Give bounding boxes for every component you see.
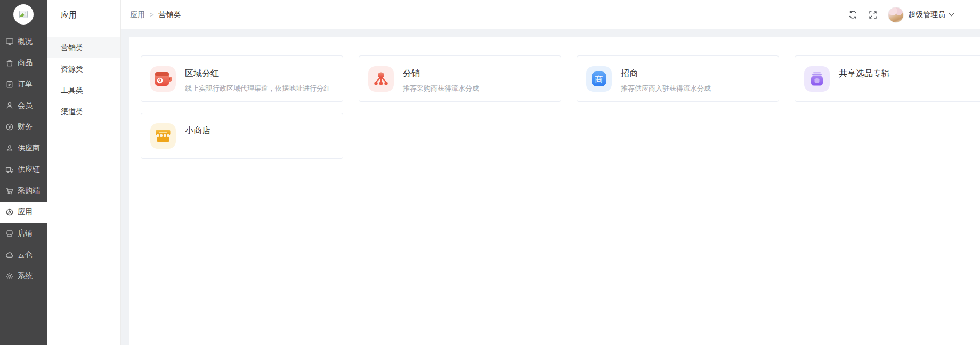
sidebar-item-label: 店铺	[18, 229, 33, 238]
app-card-grid: 区域分红 线上实现行政区域代理渠道，依据地址进行分红	[141, 55, 980, 159]
sidebar-item-label: 应用	[18, 207, 33, 217]
app-card-title: 共享选品专辑	[839, 68, 890, 79]
category-item-resources[interactable]: 资源类	[47, 58, 120, 79]
category-item-channels[interactable]: 渠道类	[47, 101, 120, 122]
app-card-shared-album[interactable]: 共享选品专辑	[795, 55, 980, 102]
breadcrumb: 应用 > 营销类	[130, 10, 181, 20]
sidebar-item-label: 财务	[18, 122, 33, 132]
category-item-tools[interactable]: 工具类	[47, 79, 120, 101]
sidebar-item-label: 概况	[18, 37, 33, 46]
supply-chain-truck-icon	[5, 165, 14, 174]
breadcrumb-separator: >	[150, 11, 154, 19]
supplier-user-icon	[5, 144, 14, 153]
app-card-title: 区域分红	[185, 68, 330, 79]
sidebar-item-orders[interactable]: 订单	[0, 74, 47, 95]
sidebar-item-system[interactable]: 系统	[0, 266, 47, 287]
sidebar-item-finance[interactable]: 财务	[0, 116, 47, 138]
content-panel: 区域分红 线上实现行政区域代理渠道，依据地址进行分红	[129, 37, 980, 345]
app-card-region-dividend[interactable]: 区域分红 线上实现行政区域代理渠道，依据地址进行分红	[141, 55, 343, 102]
system-gear-icon	[5, 272, 14, 280]
sidebar-item-cloud-warehouse[interactable]: 云仓	[0, 244, 47, 266]
header-actions: 超级管理员	[847, 7, 954, 23]
sidebar-item-overview[interactable]: 概况	[0, 31, 47, 52]
sidebar-item-supply-chain[interactable]: 供应链	[0, 159, 47, 180]
sidebar-item-supplier[interactable]: 供应商	[0, 138, 47, 159]
breadcrumb-current: 营销类	[159, 10, 181, 20]
sidebar-item-members[interactable]: 会员	[0, 95, 47, 116]
refresh-icon[interactable]	[847, 10, 858, 20]
svg-text:商: 商	[595, 75, 603, 84]
chevron-down-icon	[949, 13, 954, 17]
card-texts: 分销 推荐采购商获得流水分成	[403, 66, 479, 93]
card-texts: 招商 推荐供应商入驻获得流水分成	[621, 66, 711, 93]
sidebar-item-label: 云仓	[18, 250, 33, 260]
mini-shop-icon	[150, 123, 176, 149]
sidebar-item-label: 订单	[18, 79, 33, 89]
app-card-desc: 线上实现行政区域代理渠道，依据地址进行分红	[185, 84, 330, 93]
app-card-title: 分销	[403, 68, 479, 79]
region-dividend-wallet-icon	[150, 66, 176, 92]
sidebar-item-apps[interactable]: 应用	[0, 202, 47, 223]
app-card-distribution[interactable]: 分销 推荐采购商获得流水分成	[359, 55, 561, 102]
top-header: 应用 > 营销类 超级管理员	[121, 0, 980, 29]
category-list: 营销类 资源类 工具类 渠道类	[47, 37, 120, 122]
app-card-mini-shop[interactable]: 小商店	[141, 113, 343, 159]
secondary-sidebar: 应用 营销类 资源类 工具类 渠道类	[47, 0, 121, 345]
cloud-warehouse-icon	[5, 251, 14, 259]
secondary-sidebar-title: 应用	[47, 0, 120, 29]
sidebar-item-store[interactable]: 店铺	[0, 223, 47, 244]
app-card-title: 招商	[621, 68, 711, 79]
sidebar-item-purchaser[interactable]: 采购端	[0, 180, 47, 202]
app-card-merchant-recruit[interactable]: 商 招商 推荐供应商入驻获得流水分成	[577, 55, 779, 102]
goods-bag-icon	[5, 59, 14, 67]
finance-coin-icon	[5, 123, 14, 131]
user-name: 超级管理员	[908, 10, 945, 20]
breadcrumb-apps[interactable]: 应用	[130, 10, 145, 20]
broken-image-logo-icon	[13, 4, 34, 25]
sidebar-item-label: 系统	[18, 271, 33, 281]
sidebar-item-label: 会员	[18, 101, 33, 110]
sidebar-menu: 概况 商品 订单 会员 财务	[0, 31, 47, 287]
app-card-title: 小商店	[185, 125, 210, 137]
app-card-desc: 推荐供应商入驻获得流水分成	[621, 84, 711, 93]
fullscreen-icon[interactable]	[868, 10, 878, 20]
overview-monitor-icon	[5, 37, 14, 46]
user-menu[interactable]: 超级管理员	[888, 7, 954, 23]
sidebar-item-label: 采购端	[18, 186, 40, 196]
card-texts: 共享选品专辑	[839, 66, 890, 79]
apps-wheel-icon	[5, 208, 14, 216]
purchaser-cart-icon	[5, 187, 14, 195]
merchant-recruit-icon: 商	[586, 66, 612, 92]
sidebar-item-label: 供应商	[18, 143, 40, 153]
logo[interactable]	[0, 0, 47, 29]
sidebar-item-goods[interactable]: 商品	[0, 52, 47, 74]
sidebar-item-label: 供应链	[18, 165, 40, 174]
card-texts: 区域分红 线上实现行政区域代理渠道，依据地址进行分红	[185, 66, 330, 93]
main-region: 应用 > 营销类 超级管理员	[121, 0, 980, 345]
card-texts: 小商店	[185, 123, 210, 137]
members-user-icon	[5, 101, 14, 110]
app-card-desc: 推荐采购商获得流水分成	[403, 84, 479, 93]
user-avatar	[888, 7, 904, 23]
store-icon	[5, 229, 14, 238]
orders-clipboard-icon	[5, 80, 14, 89]
category-item-marketing[interactable]: 营销类	[47, 37, 120, 58]
shared-album-icon	[804, 66, 830, 92]
primary-sidebar: 概况 商品 订单 会员 财务	[0, 0, 47, 345]
distribution-network-icon	[368, 66, 394, 92]
content-background: 区域分红 线上实现行政区域代理渠道，依据地址进行分红	[121, 29, 980, 345]
sidebar-item-label: 商品	[18, 58, 33, 68]
